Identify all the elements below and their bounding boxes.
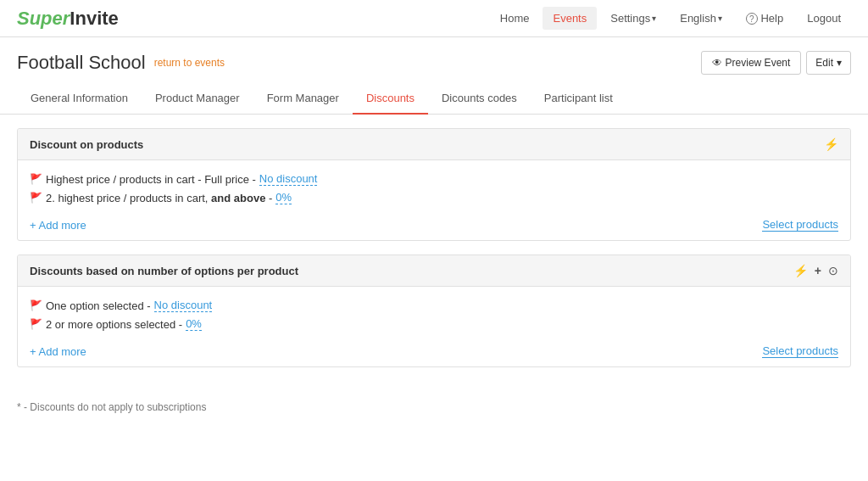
row1-discount-link[interactable]: No discount	[259, 172, 318, 186]
edit-dropdown-arrow: ▾	[837, 57, 842, 69]
nav-settings[interactable]: Settings ▾	[600, 7, 666, 30]
main-content: Discount on products ⚡ 🚩 Highest price /…	[0, 115, 868, 394]
footnote: * - Discounts do not apply to subscripti…	[0, 394, 868, 420]
options-row2-link[interactable]: 0%	[186, 317, 202, 331]
add-more-2[interactable]: + Add more	[30, 345, 86, 358]
add-more-1[interactable]: + Add more	[30, 219, 86, 232]
tab-participant-list[interactable]: Participant list	[531, 83, 626, 115]
nav-links: Home Events Settings ▾ English ▾ ? Help …	[490, 7, 851, 30]
logo-super: Super	[17, 8, 70, 29]
options-row-2: 🚩 2 or more options selected - 0%	[30, 317, 838, 331]
select-products-2[interactable]: Select products	[762, 344, 838, 358]
lightning-icon-2[interactable]: ⚡	[793, 264, 808, 277]
nav-home[interactable]: Home	[490, 7, 540, 30]
discounts-by-options-body: 🚩 One option selected - No discount 🚩 2 …	[18, 287, 850, 331]
return-to-events-link[interactable]: return to events	[154, 57, 225, 69]
help-icon: ?	[746, 13, 758, 25]
flag-icon-1: 🚩	[30, 173, 42, 185]
row2-discount-link[interactable]: 0%	[275, 191, 292, 204]
flag-icon-4: 🚩	[30, 318, 42, 330]
discount-on-products-footer: + Add more Select products	[18, 210, 850, 240]
discount-on-products-body: 🚩 Highest price / products in cart - Ful…	[18, 160, 850, 204]
select-products-1[interactable]: Select products	[762, 218, 838, 232]
flag-icon-2: 🚩	[30, 192, 42, 204]
discounts-by-options-header: Discounts based on number of options per…	[18, 255, 850, 287]
options-row-1: 🚩 One option selected - No discount	[30, 299, 838, 312]
tab-form-manager[interactable]: Form Manager	[253, 83, 353, 115]
nav-logout[interactable]: Logout	[797, 7, 851, 30]
edit-button[interactable]: Edit ▾	[806, 51, 851, 75]
flag-icon-3: 🚩	[30, 299, 42, 311]
english-dropdown-arrow: ▾	[718, 14, 722, 23]
page-title-right: 👁 Preview Event Edit ▾	[701, 51, 851, 75]
eye-icon: 👁	[712, 57, 722, 69]
settings-dropdown-arrow: ▾	[652, 14, 656, 23]
clock-icon[interactable]: ⊙	[828, 264, 838, 277]
nav-events[interactable]: Events	[542, 7, 597, 30]
preview-event-button[interactable]: 👁 Preview Event	[701, 51, 802, 75]
row1-text: Highest price / products in cart - Full …	[46, 173, 256, 186]
discount-on-products-header: Discount on products ⚡	[18, 129, 850, 160]
tab-product-manager[interactable]: Product Manager	[142, 83, 253, 115]
tab-general[interactable]: General Information	[17, 83, 142, 115]
options-row2-text: 2 or more options selected -	[46, 318, 182, 331]
options-row1-link[interactable]: No discount	[154, 299, 213, 312]
section1-icons: ⚡	[824, 137, 838, 151]
nav-english[interactable]: English ▾	[670, 7, 732, 30]
discounts-by-options-title: Discounts based on number of options per…	[30, 265, 298, 277]
tab-discount-codes[interactable]: Dicounts codes	[428, 83, 531, 115]
page-title: Football School	[17, 52, 146, 74]
tabs: General Information Product Manager Form…	[0, 83, 868, 115]
discount-row-1: 🚩 Highest price / products in cart - Ful…	[30, 172, 838, 186]
discount-on-products-section: Discount on products ⚡ 🚩 Highest price /…	[17, 128, 851, 241]
discount-on-products-title: Discount on products	[30, 138, 143, 151]
header: SuperInvite Home Events Settings ▾ Engli…	[0, 0, 868, 37]
lightning-icon-1[interactable]: ⚡	[824, 137, 838, 151]
discounts-by-options-footer: + Add more Select products	[18, 336, 850, 366]
nav-help[interactable]: ? Help	[736, 7, 793, 30]
discount-row-2: 🚩 2. highest price / products in cart, a…	[30, 191, 838, 204]
logo-invite: Invite	[70, 8, 118, 29]
page-title-left: Football School return to events	[17, 52, 225, 74]
plus-icon[interactable]: +	[815, 264, 821, 277]
row2-text: 2. highest price / products in cart, and…	[46, 192, 272, 204]
options-row1-text: One option selected -	[46, 299, 151, 312]
section2-icons: ⚡ + ⊙	[793, 264, 838, 277]
logo: SuperInvite	[17, 8, 119, 30]
discounts-by-options-section: Discounts based on number of options per…	[17, 254, 851, 367]
page-title-area: Football School return to events 👁 Previ…	[0, 37, 868, 83]
tab-discounts[interactable]: Discounts	[353, 83, 428, 115]
